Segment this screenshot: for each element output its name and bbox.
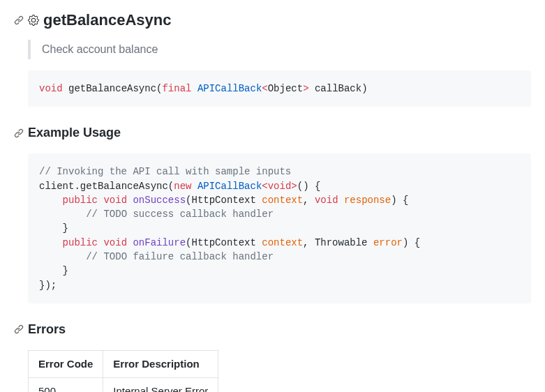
errors-table: Error Code Error Description 500 Interna…	[28, 350, 218, 392]
example-heading-text: Example Usage	[28, 123, 121, 142]
method-description: Check account balance	[28, 40, 531, 59]
col-error-code: Error Code	[29, 350, 103, 378]
table-row: 500 Internal Server Error	[29, 378, 218, 392]
col-error-description: Error Description	[103, 350, 218, 378]
method-signature: void getBalanceAsync(final APICallBack<O…	[28, 70, 531, 107]
link-icon[interactable]	[14, 324, 24, 334]
example-usage-heading: Example Usage	[14, 123, 531, 142]
errors-heading-text: Errors	[28, 320, 66, 339]
example-code: // Invoking the API call with sample inp…	[28, 153, 531, 303]
link-icon[interactable]	[14, 128, 24, 138]
errors-heading: Errors	[14, 320, 531, 339]
link-icon[interactable]	[14, 15, 24, 25]
cell-error-desc: Internal Server Error	[103, 378, 218, 392]
method-name: getBalanceAsync	[43, 8, 171, 31]
cell-error-code: 500	[29, 378, 103, 392]
gear-icon	[28, 15, 39, 26]
table-header-row: Error Code Error Description	[29, 350, 218, 378]
method-heading: getBalanceAsync	[14, 8, 531, 31]
